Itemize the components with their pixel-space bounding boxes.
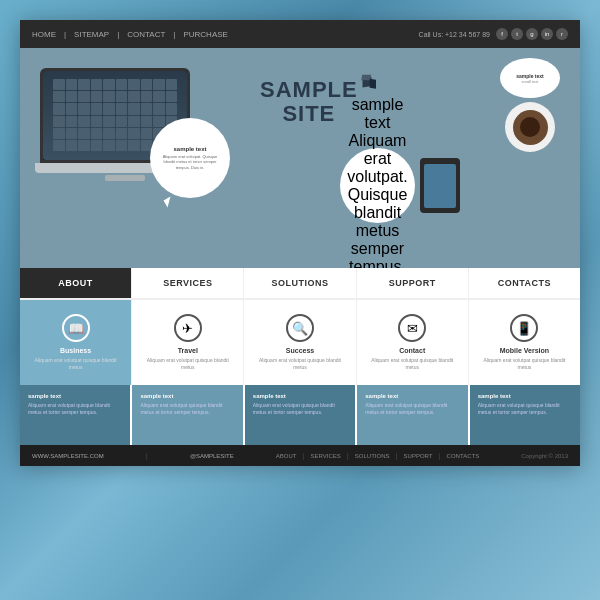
key: [116, 140, 128, 151]
thumb-1: sample text Aliquam erat volutpat quisqu…: [20, 385, 132, 445]
feature-travel: ✈ Travel Aliquam erat volutpat quisque b…: [132, 300, 244, 385]
features-section: 📖 Business Aliquam erat volutpat quisque…: [20, 300, 580, 385]
footer: WWW.SAMPLESITE.COM | @SAMPLESITE ABOUT |…: [20, 445, 580, 466]
key: [78, 128, 90, 139]
tab-contacts[interactable]: CONTACTS: [469, 268, 580, 298]
key: [53, 79, 65, 90]
key: [141, 128, 153, 139]
googleplus-icon[interactable]: g: [526, 28, 538, 40]
social-icons: f t g in r: [496, 28, 568, 40]
key: [66, 103, 78, 114]
travel-icon: ✈: [174, 314, 202, 342]
svg-rect-1: [361, 75, 371, 80]
key: [66, 116, 78, 127]
key: [103, 140, 115, 151]
tablet-screen: [424, 164, 456, 208]
key: [128, 103, 140, 114]
feature-mobile-title: Mobile Version: [477, 347, 572, 354]
twitter-icon[interactable]: t: [511, 28, 523, 40]
footer-support[interactable]: SUPPORT: [404, 453, 433, 459]
footer-services[interactable]: SERVICES: [311, 453, 341, 459]
key: [78, 91, 90, 102]
thumb-5-title: sample text: [478, 393, 572, 399]
feature-success-desc: Aliquam erat volutpat quisque blandit me…: [252, 357, 347, 371]
bubble-tablet-desc: Aliquam erat volutpat. Quisque blandit m…: [347, 132, 407, 269]
nav-contact[interactable]: CONTACT: [127, 30, 165, 39]
hero-section: sample text Aliquam erat volutpat. Quisq…: [20, 48, 580, 268]
key: [141, 79, 153, 90]
thumb-2-text: Aliquam erat volutpat quisque blandit me…: [140, 402, 234, 416]
key: [91, 116, 103, 127]
thumb-4-text: Aliquam erat volutpat quisque blandit me…: [365, 402, 459, 416]
key: [78, 140, 90, 151]
key: [116, 116, 128, 127]
thumb-2: sample text Aliquam erat volutpat quisqu…: [132, 385, 244, 445]
key: [91, 128, 103, 139]
nav-purchase[interactable]: PURCHASE: [183, 30, 227, 39]
key: [166, 103, 178, 114]
feature-travel-desc: Aliquam erat volutpat quisque blandit me…: [140, 357, 235, 371]
thumb-5-text: Aliquam erat volutpat quisque blandit me…: [478, 402, 572, 416]
key: [103, 91, 115, 102]
footer-website: WWW.SAMPLESITE.COM: [32, 453, 104, 459]
footer-solutions[interactable]: SOLUTIONS: [355, 453, 390, 459]
key: [91, 91, 103, 102]
feature-business: 📖 Business Aliquam erat volutpat quisque…: [20, 300, 132, 385]
key: [141, 103, 153, 114]
rss-icon[interactable]: r: [556, 28, 568, 40]
feature-business-title: Business: [28, 347, 123, 354]
feature-business-desc: Aliquam erat volutpat quisque blandit me…: [28, 357, 123, 371]
coffee-bubble-desc: small text: [522, 79, 539, 84]
linkedin-icon[interactable]: in: [541, 28, 553, 40]
main-wrapper: HOME | SITEMAP | CONTACT | PURCHASE Call…: [20, 20, 580, 466]
thumb-1-title: sample text: [28, 393, 122, 399]
key: [128, 91, 140, 102]
feature-success-title: Success: [252, 347, 347, 354]
footer-contacts[interactable]: CONTACTS: [447, 453, 480, 459]
feature-mobile-desc: Aliquam erat volutpat quisque blandit me…: [477, 357, 572, 371]
nav-home[interactable]: HOME: [32, 30, 56, 39]
tab-support[interactable]: SUPPORT: [357, 268, 469, 298]
key: [78, 103, 90, 114]
facebook-icon[interactable]: f: [496, 28, 508, 40]
key: [53, 128, 65, 139]
nav-sitemap[interactable]: SITEMAP: [74, 30, 109, 39]
thumb-3-text: Aliquam erat volutpat quisque blandit me…: [253, 402, 347, 416]
key: [128, 140, 140, 151]
top-nav-right: Call Us: +12 34 567 89 f t g in r: [419, 28, 568, 40]
key: [103, 79, 115, 90]
key: [128, 79, 140, 90]
key: [116, 128, 128, 139]
top-nav: HOME | SITEMAP | CONTACT | PURCHASE Call…: [20, 20, 580, 48]
feature-travel-title: Travel: [140, 347, 235, 354]
footer-copyright: Copyright © 2013: [521, 453, 568, 459]
top-nav-links: HOME | SITEMAP | CONTACT | PURCHASE: [32, 30, 228, 39]
key: [66, 79, 78, 90]
footer-links: ABOUT | SERVICES | SOLUTIONS | SUPPORT |…: [276, 451, 479, 460]
tab-about[interactable]: ABOUT: [20, 268, 132, 298]
thumb-2-title: sample text: [140, 393, 234, 399]
feature-contact-title: Contact: [365, 347, 460, 354]
site-title-area: SAMPLE SITE: [260, 78, 358, 126]
thumbnails-section: sample text Aliquam erat volutpat quisqu…: [20, 385, 580, 445]
tablet-speech-bubble: sample text Aliquam erat volutpat. Quisq…: [340, 148, 415, 223]
bubble-laptop-desc: Aliquam erat volutpat. Quisque blandit m…: [158, 154, 222, 170]
mobile-icon: 📱: [510, 314, 538, 342]
call-us-text: Call Us: +12 34 567 89: [419, 31, 490, 38]
tablet-area: sample text Aliquam erat volutpat. Quisq…: [340, 148, 460, 223]
tab-services[interactable]: SERVICES: [132, 268, 244, 298]
key: [153, 79, 165, 90]
footer-about[interactable]: ABOUT: [276, 453, 297, 459]
coffee-inner: [513, 110, 548, 145]
key: [103, 128, 115, 139]
footer-handle: @SAMPLESITE: [190, 453, 234, 459]
contact-icon: ✉: [398, 314, 426, 342]
key: [103, 116, 115, 127]
key: [153, 116, 165, 127]
key: [128, 128, 140, 139]
feature-contact: ✉ Contact Aliquam erat volutpat quisque …: [357, 300, 469, 385]
key: [116, 91, 128, 102]
tab-solutions[interactable]: SOLUTIONS: [244, 268, 356, 298]
business-icon: 📖: [62, 314, 90, 342]
tablet-device: [420, 158, 460, 213]
